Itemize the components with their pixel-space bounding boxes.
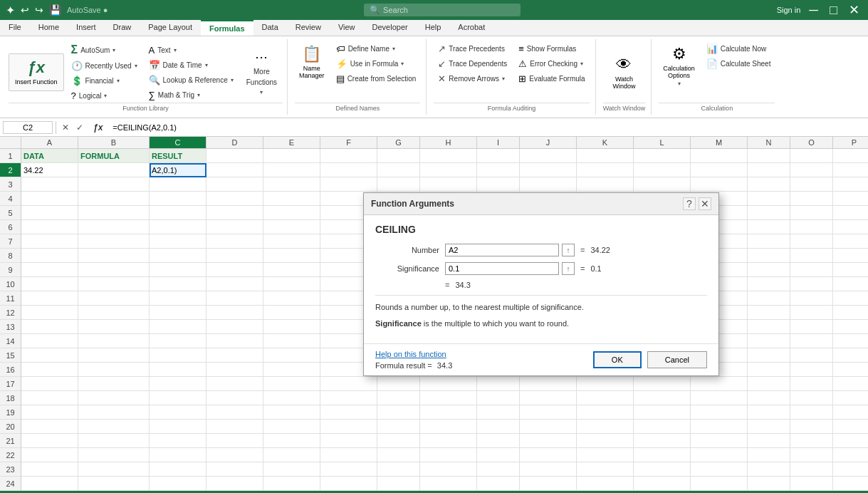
cell-g20[interactable] [377, 420, 420, 434]
cell-p24[interactable] [833, 477, 868, 491]
cell-c16[interactable] [150, 363, 206, 377]
row-num-5[interactable]: 5 [0, 206, 21, 220]
cell-a15[interactable] [21, 348, 78, 363]
cell-e20[interactable] [263, 420, 320, 434]
cell-b10[interactable] [78, 277, 150, 291]
cell-a14[interactable] [21, 334, 78, 348]
cell-h2[interactable] [420, 163, 477, 177]
cell-k18[interactable] [577, 391, 634, 405]
cell-i17[interactable] [477, 377, 520, 391]
row-num-19[interactable]: 19 [0, 405, 21, 420]
cell-b9[interactable] [78, 263, 150, 277]
row-num-17[interactable]: 17 [0, 377, 21, 391]
tab-review[interactable]: Review [287, 20, 330, 36]
cell-n2[interactable] [748, 163, 790, 177]
tab-developer[interactable]: Developer [364, 20, 417, 36]
arg-significance-input[interactable] [445, 262, 559, 275]
cell-d11[interactable] [206, 291, 263, 306]
cell-p5[interactable] [833, 206, 868, 220]
col-header-c[interactable]: C [150, 137, 206, 148]
cell-f2[interactable] [320, 163, 377, 177]
cell-d4[interactable] [206, 192, 263, 206]
row-num-1[interactable]: 1 [0, 149, 21, 163]
col-header-n[interactable]: N [748, 137, 790, 148]
cell-c20[interactable] [150, 420, 206, 434]
cell-i18[interactable] [477, 391, 520, 405]
cell-n12[interactable] [748, 306, 790, 320]
cell-c8[interactable] [150, 249, 206, 263]
row-num-23[interactable]: 23 [0, 462, 21, 477]
cell-n15[interactable] [748, 348, 790, 363]
cell-a2[interactable]: 34.22 [21, 163, 78, 177]
text-btn[interactable]: A Text ▾ [145, 43, 238, 57]
cell-m22[interactable] [691, 448, 748, 462]
col-header-d[interactable]: D [206, 137, 263, 148]
name-manager-btn[interactable]: 📋 NameManager [295, 42, 329, 82]
cell-b23[interactable] [78, 462, 150, 477]
cell-n13[interactable] [748, 320, 790, 334]
cell-e13[interactable] [263, 320, 320, 334]
save-btn[interactable]: 💾 [48, 3, 63, 17]
cell-b17[interactable] [78, 377, 150, 391]
cell-p13[interactable] [833, 320, 868, 334]
cell-n10[interactable] [748, 277, 790, 291]
cell-a6[interactable] [21, 220, 78, 234]
formula-input[interactable] [110, 122, 865, 133]
cell-p12[interactable] [833, 306, 868, 320]
cell-o17[interactable] [790, 377, 833, 391]
cell-e18[interactable] [263, 391, 320, 405]
cell-f17[interactable] [320, 377, 377, 391]
cell-d6[interactable] [206, 220, 263, 234]
cell-k3[interactable] [577, 177, 634, 192]
cell-o12[interactable] [790, 306, 833, 320]
autosum-btn[interactable]: Σ AutoSum ▾ [67, 42, 120, 58]
calc-now-btn[interactable]: 📊 Calculate Now [702, 42, 775, 56]
col-header-l[interactable]: L [634, 137, 691, 148]
cell-c9[interactable] [150, 263, 206, 277]
cell-c7[interactable] [150, 234, 206, 249]
cell-d9[interactable] [206, 263, 263, 277]
cell-i24[interactable] [477, 477, 520, 491]
cell-j23[interactable] [520, 462, 577, 477]
cell-n6[interactable] [748, 220, 790, 234]
cell-a7[interactable] [21, 234, 78, 249]
close-btn[interactable]: ✕ [846, 2, 862, 18]
cell-h23[interactable] [420, 462, 477, 477]
col-header-m[interactable]: M [691, 137, 748, 148]
cancel-button[interactable]: Cancel [647, 351, 707, 368]
cell-m1[interactable] [691, 149, 748, 163]
cell-b2[interactable] [78, 163, 150, 177]
cell-a21[interactable] [21, 434, 78, 448]
cell-o8[interactable] [790, 249, 833, 263]
cell-d20[interactable] [206, 420, 263, 434]
cell-i2[interactable] [477, 163, 520, 177]
cell-c18[interactable] [150, 391, 206, 405]
cell-b8[interactable] [78, 249, 150, 263]
cell-e23[interactable] [263, 462, 320, 477]
cell-g18[interactable] [377, 391, 420, 405]
row-num-11[interactable]: 11 [0, 291, 21, 306]
cell-g17[interactable] [377, 377, 420, 391]
cell-d2[interactable] [206, 163, 263, 177]
row-num-24[interactable]: 24 [0, 477, 21, 491]
tab-view[interactable]: View [330, 20, 364, 36]
cell-d15[interactable] [206, 348, 263, 363]
cell-j20[interactable] [520, 420, 577, 434]
cell-i21[interactable] [477, 434, 520, 448]
col-header-e[interactable]: E [263, 137, 320, 148]
cell-k21[interactable] [577, 434, 634, 448]
financial-dropdown-icon[interactable]: ▾ [117, 78, 120, 84]
watch-window-btn[interactable]: 👁 WatchWindow [608, 53, 639, 93]
cell-b1[interactable]: FORMULA [78, 149, 150, 163]
cell-c22[interactable] [150, 448, 206, 462]
confirm-formula-btn[interactable]: ✓ [73, 121, 86, 134]
row-num-6[interactable]: 6 [0, 220, 21, 234]
cell-h19[interactable] [420, 405, 477, 420]
logical-dropdown-icon[interactable]: ▾ [104, 93, 107, 99]
cell-k24[interactable] [577, 477, 634, 491]
cell-o24[interactable] [790, 477, 833, 491]
cell-d14[interactable] [206, 334, 263, 348]
datetime-dropdown-icon[interactable]: ▾ [205, 62, 208, 68]
search-input[interactable] [383, 6, 511, 14]
show-formulas-btn[interactable]: ≡ Show Formulas [514, 42, 589, 56]
